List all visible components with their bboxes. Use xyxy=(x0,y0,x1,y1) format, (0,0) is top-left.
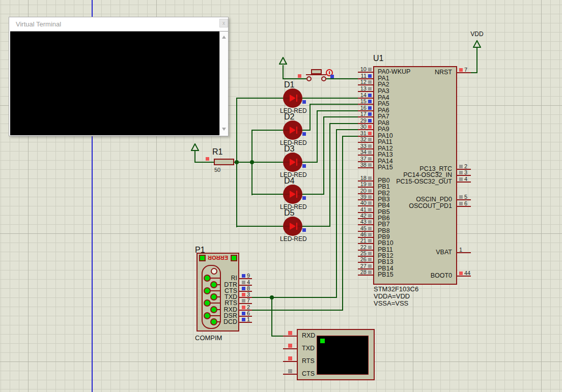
wire-segment xyxy=(310,104,311,131)
schematic-canvas[interactable]: U1 STM32F103C6 VDDA=VDD VSSA=VSS 10PA0-W… xyxy=(0,0,562,392)
pin-state-indicator xyxy=(368,80,372,84)
push-button-terminal-left[interactable] xyxy=(306,76,312,81)
pin-number-group: 32 xyxy=(349,136,372,142)
pin-state-indicator xyxy=(368,239,372,243)
pin-number-group: 38 xyxy=(349,162,372,168)
pin-number-group: 34 xyxy=(349,149,372,155)
pin-number-group: 2 xyxy=(242,304,250,310)
pin-number-group: 1 xyxy=(459,247,462,253)
pin-number-group: 6 xyxy=(242,310,250,316)
pin-number-group: 28 xyxy=(349,269,372,275)
led-diode[interactable] xyxy=(283,153,302,172)
pin-number: 19 xyxy=(360,181,367,187)
pin-number: 30 xyxy=(360,124,367,130)
pin-number: 1 xyxy=(459,247,462,253)
r1-refdes: R1 xyxy=(212,147,222,157)
pin-number: 40 xyxy=(360,200,367,206)
pin-state-indicator xyxy=(242,281,245,284)
close-icon[interactable]: x xyxy=(219,19,228,27)
pin-label: PC15-OSC32_OUT xyxy=(377,178,452,185)
pin-number: 12 xyxy=(360,79,367,85)
pin-state-indicator xyxy=(459,202,463,205)
pin-number: 4 xyxy=(247,279,250,285)
wire-segment xyxy=(252,297,337,298)
pin-number: 6 xyxy=(247,310,250,316)
pin-number-group: 39 xyxy=(349,194,372,200)
pin-number-group: 45 xyxy=(349,225,372,231)
virtual-terminal-window[interactable]: Virtual Terminal x xyxy=(9,17,229,136)
led-diode[interactable] xyxy=(283,120,302,140)
pin-state-indicator xyxy=(368,157,372,161)
pin-label: OSCOUT_PD1 xyxy=(377,203,452,209)
push-button-cap[interactable] xyxy=(311,69,322,74)
pin-number-group: 5 xyxy=(459,194,467,200)
contact-lead xyxy=(216,309,221,310)
led-cathode-bar xyxy=(296,223,297,230)
pin-state-indicator xyxy=(459,68,463,72)
terminal-scrollbar[interactable] xyxy=(219,31,228,135)
button-indicator-right xyxy=(330,75,334,78)
pin-number-group: 10 xyxy=(349,66,372,72)
pin-state-indicator xyxy=(368,176,372,180)
scroll-up-icon[interactable] xyxy=(222,36,226,39)
pin-number-group: 6 xyxy=(459,200,467,206)
led-diode[interactable] xyxy=(283,185,302,204)
pin-number-group: 7 xyxy=(242,297,250,304)
contact-lead xyxy=(216,284,221,285)
pin-state-indicator xyxy=(368,270,372,274)
pin-number-group: 46 xyxy=(349,231,372,237)
led-arrow-icon xyxy=(290,127,296,134)
pin-label: TXD xyxy=(302,345,315,352)
button-indicator-left xyxy=(298,74,301,78)
pin-number: 10 xyxy=(360,66,367,72)
pin-state-indicator xyxy=(368,125,372,129)
pin-number-group: 26 xyxy=(349,256,372,262)
pin-number-group: 16 xyxy=(349,105,372,111)
p1-status-lamp-right xyxy=(231,255,237,261)
pin-number: 26 xyxy=(360,256,367,262)
r1-value: 50 xyxy=(214,167,220,173)
pin-state-indicator xyxy=(368,233,372,236)
wire-segment xyxy=(301,226,330,227)
pin-state-indicator xyxy=(368,183,372,186)
terminal-cursor xyxy=(320,339,325,343)
wire-segment xyxy=(236,226,284,227)
actuator-mark xyxy=(329,71,330,74)
pin-state-indicator xyxy=(368,144,372,148)
pin-number: 9 xyxy=(247,273,250,279)
pin-stub xyxy=(283,361,297,362)
pin-state-indicator xyxy=(459,177,463,181)
pin-number: 25 xyxy=(360,250,367,256)
pin-number: 18 xyxy=(360,175,367,181)
wire-segment xyxy=(234,162,284,163)
pin-state-indicator xyxy=(368,100,372,103)
pin-number: 5 xyxy=(464,194,467,200)
wire-segment xyxy=(252,310,343,311)
wire-segment xyxy=(476,47,477,73)
pin-number-group: 12 xyxy=(349,79,372,85)
pin-number: 7 xyxy=(247,297,250,304)
pin-state-indicator xyxy=(288,344,292,348)
pin-state-indicator xyxy=(368,106,372,110)
pin-number: 32 xyxy=(360,136,367,142)
pin-label: NRST xyxy=(377,69,452,76)
pin-stub xyxy=(283,374,297,375)
led-type-label: LED-RED xyxy=(280,236,307,243)
terminal-output-area[interactable] xyxy=(10,31,219,135)
led-diode[interactable] xyxy=(283,217,302,236)
pin-number: 13 xyxy=(360,85,367,92)
pin-number: 34 xyxy=(360,149,367,155)
push-button-terminal-right[interactable] xyxy=(321,76,326,81)
pin-number: 3 xyxy=(464,169,467,175)
led-arrow-icon xyxy=(290,191,296,198)
r1-resistor-body[interactable] xyxy=(214,159,234,165)
contact-lead xyxy=(210,315,221,316)
led-cathode-bar xyxy=(296,95,297,102)
pin-number-group: 11 xyxy=(349,73,372,79)
led-diode[interactable] xyxy=(283,88,302,108)
pin-number: 20 xyxy=(360,188,367,194)
p1-shield-pin xyxy=(211,268,217,275)
pin-state-indicator xyxy=(368,163,372,167)
pin-state-indicator xyxy=(242,306,245,309)
scroll-down-icon[interactable] xyxy=(222,128,226,131)
